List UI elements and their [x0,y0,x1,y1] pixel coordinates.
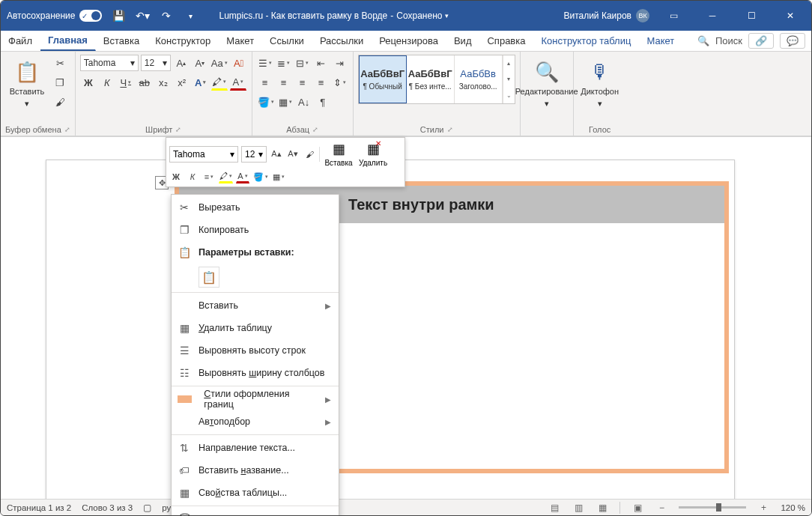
paste-button[interactable]: 📋 Вставить ▾ [5,55,49,115]
search-label[interactable]: Поиск [715,35,742,46]
autosave-toggle[interactable]: Автосохранение [7,10,102,22]
paste-keep-text-icon[interactable]: 📋 [199,267,219,288]
bold-button[interactable]: Ж [80,74,97,91]
editing-button[interactable]: 🔍 Редактирование ▾ [525,55,569,115]
tab-file[interactable]: Файл [1,31,40,51]
zoom-in-icon[interactable]: + [757,502,770,514]
share-button[interactable]: 🔗 [748,33,774,49]
mini-insert-button[interactable]: ▦Вставка [323,141,354,167]
styles-gallery[interactable]: АаБбВвГ¶ Обычный АаБбВвГ¶ Без инте... Аа… [358,55,515,104]
cut-icon[interactable]: ✂ [52,55,68,71]
font-size-combo[interactable]: 12▾ [141,55,171,71]
tab-table-design[interactable]: Конструктор таблиц [533,31,639,51]
highlight-icon[interactable]: 🖍▾ [211,74,228,91]
mini-shrink-font-icon[interactable]: A▾ [286,148,300,161]
focus-mode-icon[interactable]: ▣ [631,502,644,514]
increase-indent-icon[interactable]: ⇥ [332,55,348,71]
strikethrough-button[interactable]: ab [136,74,153,91]
mini-font-color-icon[interactable]: A▾ [236,170,249,183]
status-lang-icon[interactable]: ▢ [143,503,151,513]
style-normal[interactable]: АаБбВвГ¶ Обычный [359,55,407,103]
tab-references[interactable]: Ссылки [262,31,312,51]
toggle-switch-icon[interactable] [79,10,102,22]
mini-align-icon[interactable]: ≡▾ [202,170,216,183]
tab-mailings[interactable]: Рассылки [312,31,372,51]
minimize-icon[interactable]: ─ [697,4,727,27]
format-painter-icon[interactable]: 🖌 [52,94,68,110]
underline-button[interactable]: Ч▾ [118,74,134,91]
menu-delete-table[interactable]: ▦Удалить таблицу [172,317,339,339]
ribbon-display-options-icon[interactable]: ▭ [658,4,688,27]
close-icon[interactable]: ✕ [775,4,805,27]
menu-insert[interactable]: Вставить▶ [172,294,339,317]
search-icon[interactable]: 🔍 [697,35,709,46]
save-icon[interactable]: 💾 [111,8,126,23]
menu-table-properties[interactable]: ▦Свойства таблицы... [172,482,339,504]
menu-insert-caption[interactable]: 🏷Вставить название... [172,459,339,482]
decrease-indent-icon[interactable]: ⇤ [313,55,330,71]
mini-grow-font-icon[interactable]: A▴ [270,148,283,161]
numbering-icon[interactable]: ≣▾ [276,55,292,71]
font-color-icon[interactable]: A▾ [230,74,246,91]
mini-delete-button[interactable]: ▦✕Удалить [357,141,389,167]
style-no-spacing[interactable]: АаБбВвГ¶ Без инте... [407,55,455,103]
tab-insert[interactable]: Вставка [96,31,148,51]
font-name-combo[interactable]: Tahoma▾ [80,55,139,71]
shading-icon[interactable]: 🪣▾ [257,94,275,110]
multilevel-list-icon[interactable]: ⊟▾ [294,55,311,71]
superscript-button[interactable]: x² [174,74,190,91]
tab-view[interactable]: Вид [446,31,480,51]
zoom-out-icon[interactable]: − [655,502,668,514]
qat-customize-icon[interactable]: ▾ [183,8,198,23]
sort-icon[interactable]: A↓ [296,94,312,110]
comments-button[interactable]: 💬 [780,33,805,49]
mini-italic-button[interactable]: К [186,170,199,183]
mini-highlight-icon[interactable]: 🖍▾ [219,170,233,183]
maximize-icon[interactable]: ☐ [736,4,766,27]
menu-border-styles[interactable]: Стили оформления границ▶ [172,388,339,410]
zoom-slider[interactable] [679,506,746,509]
account-button[interactable]: Виталий Каиров ВК [563,9,649,22]
justify-icon[interactable]: ≡ [313,74,330,91]
dictate-button[interactable]: 🎙 Диктофон ▾ [578,55,622,115]
mini-shading-icon[interactable]: 🪣▾ [252,170,269,183]
mini-bold-button[interactable]: Ж [169,170,183,183]
align-left-icon[interactable]: ≡ [257,74,273,91]
borders-icon[interactable]: ▦▾ [277,94,294,110]
menu-distribute-cols[interactable]: ☷Выровнять ширину столбцов [172,362,339,384]
line-spacing-icon[interactable]: ⇕▾ [332,74,348,91]
tab-table-layout[interactable]: Макет [639,31,682,51]
align-right-icon[interactable]: ≡ [294,74,311,91]
menu-copy[interactable]: ❐Копировать [172,219,339,241]
tab-layout[interactable]: Макет [219,31,262,51]
menu-distribute-rows[interactable]: ☰Выровнять высоту строк [172,339,339,362]
menu-autofit[interactable]: Автоподбор▶ [172,410,339,433]
menu-text-direction[interactable]: ⇅Направление текста... [172,437,339,459]
align-center-icon[interactable]: ≡ [276,74,292,91]
text-effects-icon[interactable]: A▾ [193,74,209,91]
menu-new-comment[interactable]: 💬Создать примечание [172,508,339,516]
change-case-icon[interactable]: Aa▾ [210,55,228,71]
tab-help[interactable]: Справка [479,31,533,51]
redo-icon[interactable]: ↷ [159,8,174,23]
mini-size-combo[interactable]: 12▾ [241,146,267,163]
mini-format-painter-icon[interactable]: 🖌 [303,148,316,161]
read-mode-icon[interactable]: ▤ [548,502,561,514]
tab-home[interactable]: Главная [40,31,96,51]
mini-font-combo[interactable]: Tahoma▾ [169,146,238,163]
status-words[interactable]: Слово 3 из 3 [82,503,133,512]
zoom-level[interactable]: 120 % [781,503,805,512]
web-layout-icon[interactable]: ▦ [596,502,609,514]
mini-borders-icon[interactable]: ▦▾ [272,170,285,183]
show-marks-icon[interactable]: ¶ [315,94,331,110]
menu-cut[interactable]: ✂Вырезать [172,196,339,219]
tab-design[interactable]: Конструктор [148,31,219,51]
grow-font-icon[interactable]: A▴ [173,55,190,71]
subscript-button[interactable]: x₂ [155,74,172,91]
shrink-font-icon[interactable]: A▾ [192,55,208,71]
print-layout-icon[interactable]: ▥ [572,502,585,514]
style-heading1[interactable]: АаБбВвЗаголово... [455,55,503,103]
status-page[interactable]: Страница 1 из 2 [7,503,71,512]
tab-review[interactable]: Рецензирова [372,31,446,51]
bullets-icon[interactable]: ☰▾ [257,55,273,71]
